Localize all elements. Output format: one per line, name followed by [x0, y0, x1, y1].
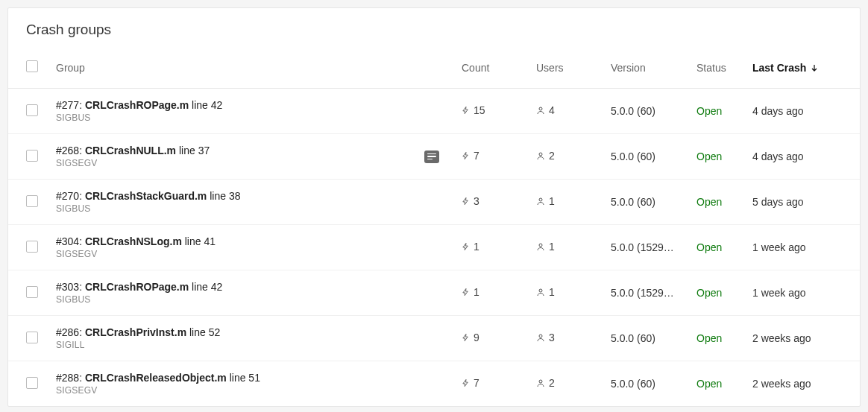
status-value: Open: [696, 287, 752, 299]
status-value: Open: [696, 150, 752, 162]
table-row[interactable]: #268: CRLCrashNULL.m line 37SIGSEGV725.0…: [8, 134, 860, 180]
user-icon: [536, 196, 545, 206]
bolt-icon: [462, 287, 470, 297]
status-value: Open: [696, 332, 752, 344]
last-crash-value: 4 days ago: [752, 150, 842, 162]
crash-group-title: #288: CRLCrashReleasedObject.m line 51: [56, 372, 462, 384]
column-header-users[interactable]: Users: [536, 62, 611, 74]
status-value: Open: [696, 196, 752, 208]
row-checkbox[interactable]: [26, 195, 38, 207]
row-checkbox[interactable]: [26, 332, 38, 343]
count-value: 1: [462, 241, 479, 253]
crash-signal: SIGSEGV: [56, 385, 462, 396]
count-value: 7: [462, 150, 479, 162]
users-value: 1: [536, 195, 555, 207]
version-value: 5.0.0 (60): [611, 150, 696, 162]
crash-group-title: #304: CRLCrashNSLog.m line 41: [56, 235, 462, 247]
user-icon: [536, 150, 545, 161]
users-value: 4: [536, 104, 555, 116]
sort-descending-icon: [810, 63, 819, 72]
bolt-icon: [462, 378, 470, 388]
note-icon: [424, 150, 439, 163]
version-value: 5.0.0 (60): [611, 196, 696, 208]
table-row[interactable]: #286: CRLCrashPrivInst.m line 52SIGILL93…: [8, 316, 860, 361]
version-value: 5.0.0 (1529…: [611, 241, 696, 253]
user-icon: [536, 241, 545, 252]
crash-group-title: #277: CRLCrashROPage.m line 42: [56, 99, 462, 111]
table-row[interactable]: #270: CRLCrashStackGuard.m line 38SIGBUS…: [8, 180, 860, 225]
status-value: Open: [696, 241, 752, 253]
row-checkbox[interactable]: [26, 377, 38, 389]
count-value: 15: [462, 104, 485, 116]
column-header-last-crash[interactable]: Last Crash: [752, 62, 842, 74]
crash-signal: SIGBUS: [56, 112, 462, 123]
row-checkbox[interactable]: [26, 241, 38, 253]
users-value: 1: [536, 286, 555, 298]
user-icon: [536, 332, 545, 343]
count-value: 9: [462, 332, 479, 343]
users-value: 3: [536, 332, 555, 343]
crash-signal: SIGBUS: [56, 203, 462, 214]
crash-group-title: #286: CRLCrashPrivInst.m line 52: [56, 326, 462, 338]
crash-group-title: #268: CRLCrashNULL.m line 37: [56, 145, 417, 156]
column-header-last-label: Last Crash: [752, 62, 806, 74]
table-row[interactable]: #304: CRLCrashNSLog.m line 41SIGSEGV115.…: [8, 225, 860, 270]
users-value: 2: [536, 377, 555, 389]
crash-signal: SIGSEGV: [56, 158, 417, 168]
version-value: 5.0.0 (60): [611, 378, 696, 390]
crash-signal: SIGILL: [56, 340, 462, 350]
table-row[interactable]: #288: CRLCrashReleasedObject.m line 51SI…: [8, 361, 860, 406]
version-value: 5.0.0 (60): [611, 332, 696, 344]
svg-point-2: [539, 198, 542, 201]
last-crash-value: 5 days ago: [752, 196, 842, 208]
crash-groups-panel: Crash groups Group Count Users Version S…: [7, 7, 861, 407]
column-header-group[interactable]: Group: [56, 62, 462, 74]
column-header-version[interactable]: Version: [611, 62, 696, 74]
table-header: Group Count Users Version Status Last Cr…: [8, 44, 860, 89]
status-value: Open: [696, 378, 752, 390]
last-crash-value: 1 week ago: [752, 241, 842, 253]
count-value: 3: [462, 195, 479, 207]
users-value: 1: [536, 241, 555, 253]
crash-group-title: #303: CRLCrashROPage.m line 42: [56, 281, 462, 293]
last-crash-value: 2 weeks ago: [752, 378, 842, 390]
bolt-icon: [462, 196, 470, 206]
row-checkbox[interactable]: [26, 104, 38, 116]
bolt-icon: [462, 105, 470, 115]
svg-point-0: [539, 107, 542, 110]
crash-signal: SIGBUS: [56, 294, 462, 305]
crash-signal: SIGSEGV: [56, 249, 462, 259]
table-row[interactable]: #277: CRLCrashROPage.m line 42SIGBUS1545…: [8, 89, 860, 134]
row-checkbox[interactable]: [26, 286, 38, 298]
version-value: 5.0.0 (60): [611, 105, 696, 117]
bolt-icon: [462, 332, 470, 343]
count-value: 7: [462, 377, 479, 389]
bolt-icon: [462, 150, 470, 161]
panel-title: Crash groups: [8, 8, 860, 44]
crash-group-title: #270: CRLCrashStackGuard.m line 38: [56, 190, 462, 202]
version-value: 5.0.0 (1529…: [611, 287, 696, 299]
last-crash-value: 2 weeks ago: [752, 332, 842, 344]
column-header-status[interactable]: Status: [696, 62, 752, 74]
svg-point-5: [539, 335, 542, 337]
column-header-count[interactable]: Count: [462, 62, 536, 74]
svg-point-1: [539, 153, 542, 156]
count-value: 1: [462, 286, 479, 298]
last-crash-value: 1 week ago: [752, 287, 842, 299]
status-value: Open: [696, 105, 752, 117]
select-all-checkbox[interactable]: [26, 60, 38, 72]
table-row[interactable]: #303: CRLCrashROPage.m line 42SIGBUS115.…: [8, 270, 860, 316]
last-crash-value: 4 days ago: [752, 105, 842, 117]
bolt-icon: [462, 241, 470, 252]
row-checkbox[interactable]: [26, 150, 38, 162]
user-icon: [536, 105, 545, 115]
table-body: #277: CRLCrashROPage.m line 42SIGBUS1545…: [8, 89, 860, 406]
user-icon: [536, 378, 545, 388]
users-value: 2: [536, 150, 555, 162]
svg-point-6: [539, 380, 542, 383]
user-icon: [536, 287, 545, 297]
svg-point-3: [539, 244, 542, 247]
svg-point-4: [539, 289, 542, 292]
